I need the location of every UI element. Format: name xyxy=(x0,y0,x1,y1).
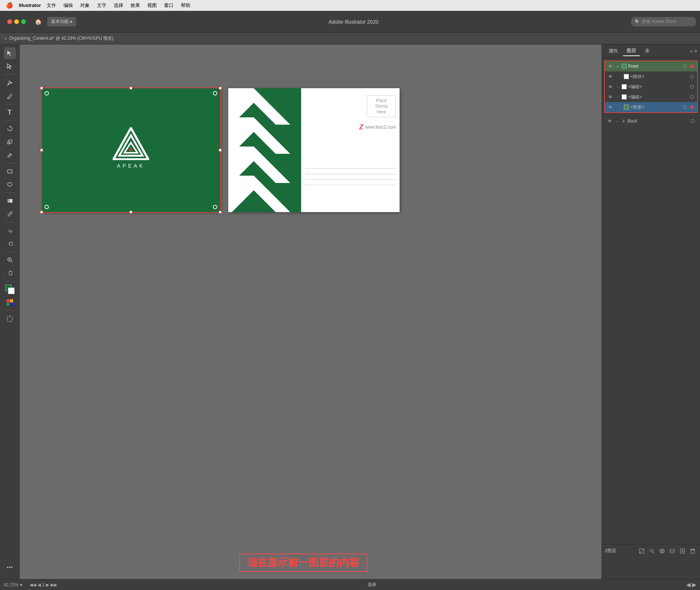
artboard-tool[interactable] xyxy=(4,313,16,325)
pencil-tool[interactable] xyxy=(4,90,16,102)
delete-layer-button[interactable] xyxy=(688,547,697,555)
prev-page-btn2[interactable]: ◀ xyxy=(38,582,41,587)
menu-window[interactable]: 窗口 xyxy=(161,2,176,9)
menu-edit[interactable]: 编辑 xyxy=(61,2,76,9)
maximize-button[interactable] xyxy=(21,19,26,24)
eye-icon-front[interactable]: 👁 xyxy=(607,63,614,70)
menu-select[interactable]: 选择 xyxy=(111,2,126,9)
layer-search-button[interactable] xyxy=(648,547,656,555)
svg-point-2 xyxy=(11,82,12,83)
tab-layers[interactable]: 图层 xyxy=(623,46,640,56)
front-target[interactable] xyxy=(682,63,688,69)
shape-tool[interactable] xyxy=(4,165,16,177)
zoom-tool[interactable] xyxy=(4,254,16,266)
eye-icon-group1[interactable]: 👁 xyxy=(607,83,614,90)
canvas-area[interactable]: APEAK Place Stamp Here Z www.MacZ.com xyxy=(20,44,587,579)
path-target[interactable] xyxy=(689,74,695,79)
front-layer-header[interactable]: 👁 ▾ Front xyxy=(605,61,697,71)
collapse-arrow-group2[interactable]: › xyxy=(615,94,620,99)
home-icon[interactable]: 🏠 xyxy=(32,16,44,28)
status-nav-next[interactable]: ▶ xyxy=(692,581,696,588)
more-tools[interactable]: ••• xyxy=(4,562,16,573)
make-clip-mask-button[interactable] xyxy=(637,547,646,555)
menu-text[interactable]: 文字 xyxy=(94,2,109,9)
layer-item-group1[interactable]: 👁 › <编组> xyxy=(605,82,697,92)
eyedropper-tool[interactable] xyxy=(4,208,16,220)
group1-target[interactable] xyxy=(689,84,695,90)
menu-help[interactable]: 帮助 xyxy=(178,2,193,9)
back-layer-header[interactable]: 👁 › A Back xyxy=(604,116,698,126)
spiral-tool[interactable] xyxy=(4,238,16,249)
tab-close-icon[interactable]: × xyxy=(4,36,7,41)
tool-separator-3 xyxy=(5,120,15,121)
collapse-arrow-front[interactable]: ▾ xyxy=(615,64,620,69)
menu-icon[interactable]: ≡ xyxy=(694,48,697,54)
type-tool[interactable]: T xyxy=(4,106,16,118)
zoom-value[interactable]: 42.23% xyxy=(4,582,19,587)
svg-rect-39 xyxy=(661,552,664,553)
next-page-btn[interactable]: ▶ xyxy=(46,582,49,587)
rect-target[interactable] xyxy=(682,104,688,110)
scale-tool[interactable] xyxy=(4,136,16,148)
expand-icon[interactable]: » xyxy=(690,48,693,54)
tab-bar: × Organizing_Content.ai* @ 42.23% (CMYK/… xyxy=(0,33,700,44)
artboard-front[interactable]: APEAK xyxy=(42,88,220,212)
hand-tool[interactable] xyxy=(4,267,16,279)
handle-tl xyxy=(40,87,43,90)
status-nav-prev[interactable]: ◀ xyxy=(686,581,691,588)
collapse-arrow-back[interactable]: › xyxy=(614,118,619,124)
tool-separator-9 xyxy=(5,310,15,311)
layer-item-path[interactable]: 👁 <路径> xyxy=(605,71,697,82)
eye-icon-rect[interactable]: 👁 xyxy=(607,104,614,110)
rect-lock[interactable] xyxy=(689,104,695,110)
next-page-btn2[interactable]: ▶▶ xyxy=(51,582,57,587)
add-layer-button[interactable] xyxy=(678,547,687,555)
menu-file[interactable]: 文件 xyxy=(44,2,59,9)
handle-ml xyxy=(40,149,43,152)
color-guide[interactable] xyxy=(4,297,16,308)
back-green-section xyxy=(228,88,301,212)
pen-tool[interactable] xyxy=(4,77,16,89)
layer-item-group2[interactable]: 👁 › <编组> xyxy=(605,92,697,102)
layer-item-rect[interactable]: 👁 <矩形> xyxy=(605,102,697,112)
eye-icon-group2[interactable]: 👁 xyxy=(607,94,614,100)
workspace-switcher[interactable]: 基本功能 ▾ xyxy=(47,17,76,27)
group2-target[interactable] xyxy=(689,94,695,100)
front-layer-name: Front xyxy=(628,64,680,69)
collapse-arrow-group1[interactable]: › xyxy=(615,84,620,89)
menu-effect[interactable]: 效果 xyxy=(128,2,143,9)
tab-library[interactable]: 库 xyxy=(641,46,653,56)
layer-settings1-button[interactable] xyxy=(658,547,666,555)
prev-page-btn[interactable]: ◀◀ xyxy=(30,582,36,587)
front-lock[interactable] xyxy=(689,63,695,69)
apple-menu[interactable]: 🍎 xyxy=(6,2,13,9)
zoom-control[interactable]: 42.23% ▾ xyxy=(4,582,22,587)
menu-bar: 🍎 Illustrator 文件 编辑 对象 文字 选择 效果 视图 窗口 帮助 xyxy=(0,0,700,11)
toolbar-right: 🔍 搜索 Adobe Stock xyxy=(631,17,696,27)
spray-tool[interactable] xyxy=(4,224,16,236)
close-button[interactable] xyxy=(7,19,12,24)
eye-icon-back[interactable]: 👁 xyxy=(606,118,613,124)
eye-icon-path[interactable]: 👁 xyxy=(607,73,614,80)
ellipse-tool[interactable] xyxy=(4,179,16,190)
layer-settings2-button[interactable] xyxy=(668,547,677,555)
document-tab[interactable]: × Organizing_Content.ai* @ 42.23% (CMYK/… xyxy=(0,33,118,44)
minimize-button[interactable] xyxy=(14,19,19,24)
search-stock[interactable]: 🔍 搜索 Adobe Stock xyxy=(631,17,696,27)
menu-view[interactable]: 视图 xyxy=(144,2,160,9)
artboard-back[interactable]: Place Stamp Here Z www.MacZ.com xyxy=(228,88,400,212)
more-tools-icon[interactable]: ••• xyxy=(4,562,16,573)
fill-stroke-control[interactable] xyxy=(4,284,16,295)
eraser-tool[interactable] xyxy=(4,149,16,161)
page-number: 1 xyxy=(42,582,45,587)
rotate-tool[interactable] xyxy=(4,123,16,134)
direct-selection-tool[interactable] xyxy=(4,60,16,72)
menu-object[interactable]: 对象 xyxy=(77,2,93,9)
status-bar: 42.23% ▾ ◀◀ ◀ 1 ▶ ▶▶ 选择 ◀ ▶ xyxy=(0,579,700,590)
back-target[interactable] xyxy=(690,118,696,124)
gradient-tool[interactable] xyxy=(4,195,16,207)
zoom-dropdown-icon[interactable]: ▾ xyxy=(20,582,22,587)
selection-tool[interactable] xyxy=(4,47,16,59)
tool-separator-1 xyxy=(5,74,15,75)
tab-properties[interactable]: 属性 xyxy=(605,46,622,56)
